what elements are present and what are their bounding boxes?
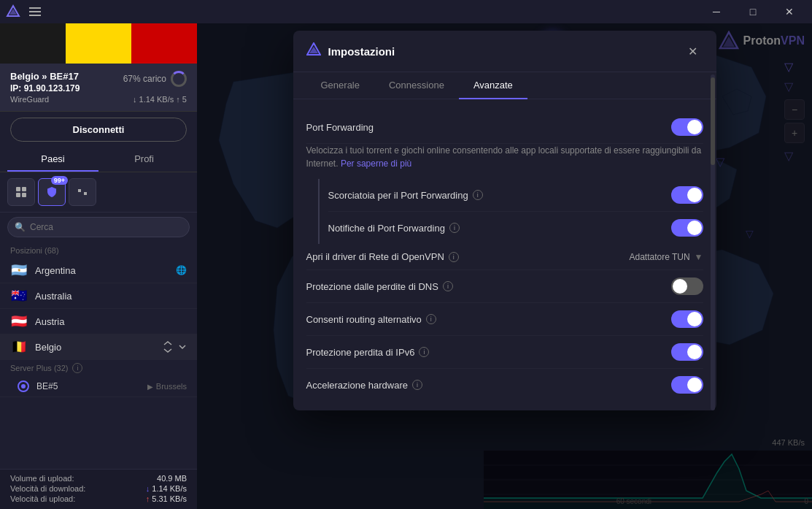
server-group-label: Server Plus (32) i bbox=[0, 360, 197, 376]
notifications-toggle[interactable] bbox=[671, 219, 703, 237]
maximize-button[interactable]: □ bbox=[736, 0, 770, 23]
hw-accel-label: Accelerazione hardware i bbox=[306, 380, 671, 391]
port-forwarding-description: Velocizza i tuoi torrent e giochi online… bbox=[306, 144, 703, 170]
shortcut-toggle[interactable] bbox=[671, 186, 703, 204]
modal-content: Port Forwarding Velocizza i tuoi torrent… bbox=[293, 99, 716, 410]
modal-header: Impostazioni ✕ bbox=[293, 31, 716, 72]
setting-ipv6-protection: Protezione perdita di IPv6 i bbox=[306, 336, 703, 369]
port-forwarding-track bbox=[671, 118, 703, 136]
minimize-button[interactable]: ─ bbox=[700, 0, 733, 23]
svg-rect-5 bbox=[22, 193, 26, 197]
country-item-argentina[interactable]: 🇦🇷 Argentina 🌐 bbox=[0, 258, 197, 283]
openvpn-driver-dropdown[interactable]: Adattatore TUN ▼ bbox=[629, 252, 703, 262]
filter-icons: 99+ bbox=[0, 172, 197, 213]
tab-countries[interactable]: Paesi bbox=[7, 148, 98, 172]
dns-leak-track bbox=[671, 278, 703, 295]
setting-port-forwarding: Port Forwarding bbox=[306, 111, 703, 144]
learn-more-link[interactable]: Per saperne di più bbox=[341, 158, 411, 169]
titlebar: ─ □ ✕ bbox=[0, 0, 812, 23]
country-item-belgio[interactable]: 🇧🇪 Belgio bbox=[0, 334, 197, 360]
dns-info-icon[interactable]: i bbox=[443, 281, 453, 291]
modal-close-button[interactable]: ✕ bbox=[683, 41, 703, 61]
search-icon: 🔍 bbox=[15, 222, 26, 232]
speed-down: ↓ 1.14 KB/s bbox=[133, 95, 174, 104]
disconnect-button[interactable]: Disconnetti bbox=[10, 118, 187, 142]
titlebar-left bbox=[6, 4, 44, 19]
ipv6-protection-toggle[interactable] bbox=[671, 343, 703, 361]
argentina-actions: 🌐 bbox=[176, 265, 187, 275]
notifications-track bbox=[671, 219, 703, 237]
alt-routing-info-icon[interactable]: i bbox=[426, 314, 436, 324]
alt-routing-track bbox=[671, 310, 703, 328]
notifications-info-icon[interactable]: i bbox=[449, 223, 460, 233]
speed-up: ↑ 5 bbox=[176, 95, 187, 104]
belgium-flag bbox=[0, 23, 197, 64]
modal-scrollbar-thumb bbox=[711, 77, 715, 165]
austria-flag-icon: 🇦🇹 bbox=[10, 315, 28, 328]
shield-icon bbox=[46, 186, 58, 198]
connection-info: Belgio » BE#17 IP: 91.90.123.179 WireGua… bbox=[0, 64, 197, 112]
belgio-actions bbox=[162, 341, 187, 353]
setting-openvpn-driver: Apri il driver di Rete di OpenVPN i Adat… bbox=[306, 244, 703, 270]
flag-banner bbox=[0, 23, 197, 64]
port-forwarding-toggle[interactable] bbox=[671, 118, 703, 136]
port-forwarding-label: Port Forwarding bbox=[306, 122, 671, 133]
server-load: 67% carico bbox=[123, 71, 187, 87]
shortcut-thumb bbox=[687, 188, 702, 202]
all-icon bbox=[15, 186, 27, 198]
australia-flag-icon: 🇦🇺 bbox=[10, 289, 28, 302]
filter-p2p-button[interactable] bbox=[69, 178, 96, 206]
server-connected-icon bbox=[18, 380, 29, 392]
upload-value: 40.9 MB bbox=[157, 474, 187, 483]
server-location-be5: Brussels bbox=[156, 382, 187, 391]
server-play-icon[interactable]: ▶ bbox=[144, 380, 156, 392]
svg-rect-3 bbox=[22, 187, 26, 191]
shortcut-info-icon[interactable]: i bbox=[473, 190, 483, 200]
modal-overlay[interactable]: Impostazioni ✕ Generale Connessione Avan… bbox=[197, 23, 812, 509]
menu-icon[interactable] bbox=[26, 4, 44, 19]
close-button[interactable]: ✕ bbox=[773, 0, 806, 23]
sidebar: Belgio » BE#17 IP: 91.90.123.179 WireGua… bbox=[0, 23, 197, 509]
dns-leak-label: Protezione dalle perdite di DNS i bbox=[306, 281, 671, 292]
settings-modal: Impostazioni ✕ Generale Connessione Avan… bbox=[293, 31, 716, 410]
search-input[interactable] bbox=[7, 217, 190, 237]
notifications-label: Notifiche di Port Forwarding i bbox=[328, 223, 671, 234]
belgio-flag-icon: 🇧🇪 bbox=[10, 340, 28, 353]
ip-value: 91.90.123.179 bbox=[24, 83, 80, 93]
dns-leak-toggle[interactable] bbox=[671, 278, 703, 295]
alt-routing-thumb bbox=[687, 312, 702, 326]
openvpn-info-icon[interactable]: i bbox=[449, 252, 459, 262]
tab-profiles[interactable]: Profi bbox=[98, 148, 190, 172]
setting-dns-leak: Protezione dalle perdite di DNS i bbox=[306, 270, 703, 303]
modal-scrollbar[interactable] bbox=[711, 74, 715, 410]
tab-connessione[interactable]: Connessione bbox=[374, 72, 459, 99]
country-item-austria[interactable]: 🇦🇹 Austria bbox=[0, 309, 197, 334]
hw-accel-info-icon[interactable]: i bbox=[412, 380, 422, 390]
connection-speeds: ↓ 1.14 KB/s ↑ 5 bbox=[133, 95, 187, 104]
server-group-name: Server Plus (32) bbox=[10, 364, 68, 372]
server-group-info-icon[interactable]: i bbox=[72, 363, 82, 373]
ipv6-info-icon[interactable]: i bbox=[419, 347, 429, 357]
filter-secure-button[interactable]: 99+ bbox=[38, 178, 66, 206]
filter-all-button[interactable] bbox=[7, 178, 35, 206]
australia-name: Australia bbox=[35, 291, 187, 302]
modal-title: Impostazioni bbox=[328, 45, 683, 58]
country-item-australia[interactable]: 🇦🇺 Australia bbox=[0, 283, 197, 309]
tab-generale[interactable]: Generale bbox=[306, 72, 374, 99]
load-circle-icon bbox=[171, 71, 187, 87]
server-name-be5: BE#5 bbox=[36, 381, 140, 391]
sidebar-tabs: Paesi Profi bbox=[0, 148, 197, 172]
server-item-be5[interactable]: BE#5 ▶ Brussels bbox=[0, 376, 197, 397]
p2p-icon bbox=[77, 186, 88, 198]
dns-leak-thumb bbox=[673, 279, 687, 294]
alt-routing-label: Consenti routing alternativo i bbox=[306, 314, 671, 325]
tab-avanzate[interactable]: Avanzate bbox=[459, 72, 527, 99]
port-forwarding-thumb bbox=[687, 120, 702, 134]
main-layout: Belgio » BE#17 IP: 91.90.123.179 WireGua… bbox=[0, 23, 812, 509]
hw-accel-toggle[interactable] bbox=[671, 376, 703, 394]
shortcut-track bbox=[671, 186, 703, 204]
austria-name: Austria bbox=[35, 316, 187, 327]
belgio-name: Belgio bbox=[35, 342, 162, 353]
alt-routing-toggle[interactable] bbox=[671, 310, 703, 328]
setting-hw-accel: Accelerazione hardware i bbox=[306, 369, 703, 401]
